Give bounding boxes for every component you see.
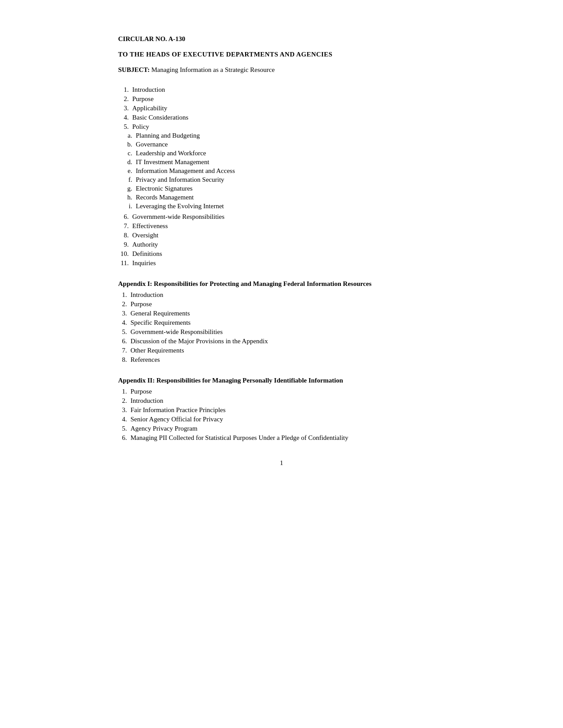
policy-letter-i: i. xyxy=(118,203,136,210)
policy-sub-d: d. IT Investment Management xyxy=(118,158,445,166)
policy-sub-f: f. Privacy and Information Security xyxy=(118,176,445,184)
app2-num-4: 4. xyxy=(118,416,131,423)
toc-label-5: Policy xyxy=(132,123,149,131)
app1-num-3: 3. xyxy=(118,310,131,317)
app1-item-4: 4. Specific Requirements xyxy=(118,319,445,326)
appendix2-list: 1. Purpose 2. Introduction 3. Fair Infor… xyxy=(118,388,445,442)
page-number: 1 xyxy=(118,459,445,467)
app2-label-6: Managing PII Collected for Statistical P… xyxy=(131,434,348,442)
app2-num-6: 6. xyxy=(118,434,131,442)
toc-item-11: 11. Inquiries xyxy=(118,259,445,267)
policy-sub-c: c. Leadership and Workforce xyxy=(118,150,445,157)
app1-item-3: 3. General Requirements xyxy=(118,310,445,317)
app1-label-6: Discussion of the Major Provisions in th… xyxy=(131,338,268,345)
toc-item-8: 8. Oversight xyxy=(118,232,445,239)
policy-sub-i: i. Leveraging the Evolving Internet xyxy=(118,203,445,210)
circular-number: CIRCULAR NO. A-130 xyxy=(118,35,445,43)
to-heads-heading: TO THE HEADS OF EXECUTIVE DEPARTMENTS AN… xyxy=(118,51,445,58)
policy-letter-g: g. xyxy=(118,185,136,192)
toc-num-6: 6. xyxy=(118,213,132,221)
toc-item-9: 9. Authority xyxy=(118,241,445,248)
app1-label-7: Other Requirements xyxy=(131,347,184,354)
toc-label-10: Definitions xyxy=(132,250,162,258)
app1-num-2: 2. xyxy=(118,300,131,308)
policy-letter-h: h. xyxy=(118,194,136,201)
policy-sub-e: e. Information Management and Access xyxy=(118,167,445,175)
policy-label-h: Records Management xyxy=(136,194,194,201)
toc-label-6: Government-wide Responsibilities xyxy=(132,213,225,221)
appendix2-section: Appendix II: Responsibilities for Managi… xyxy=(118,377,445,442)
toc-item-4: 4. Basic Considerations xyxy=(118,114,445,121)
policy-sub-list: a. Planning and Budgeting b. Governance … xyxy=(118,132,445,211)
toc-label-11: Inquiries xyxy=(132,259,156,267)
toc-item-6: 6. Government-wide Responsibilities xyxy=(118,213,445,221)
subject-line: SUBJECT: Managing Information as a Strat… xyxy=(118,66,445,74)
subject-label: SUBJECT: xyxy=(118,66,150,73)
policy-letter-a: a. xyxy=(118,132,136,139)
toc-num-2: 2. xyxy=(118,95,132,103)
app2-num-2: 2. xyxy=(118,397,131,405)
toc-label-7: Effectiveness xyxy=(132,222,168,230)
app1-item-1: 1. Introduction xyxy=(118,291,445,299)
app2-label-4: Senior Agency Official for Privacy xyxy=(131,416,223,423)
app1-num-4: 4. xyxy=(118,319,131,326)
policy-sub-g: g. Electronic Signatures xyxy=(118,185,445,192)
appendix1-section: Appendix I: Responsibilities for Protect… xyxy=(118,280,445,364)
toc-num-4: 4. xyxy=(118,114,132,121)
app2-num-3: 3. xyxy=(118,406,131,414)
toc-label-3: Applicability xyxy=(132,105,167,112)
toc-item-10: 10. Definitions xyxy=(118,250,445,258)
app2-label-2: Introduction xyxy=(131,397,163,405)
app2-item-1: 1. Purpose xyxy=(118,388,445,395)
policy-sub-h: h. Records Management xyxy=(118,194,445,201)
app1-num-6: 6. xyxy=(118,338,131,345)
toc-num-3: 3. xyxy=(118,105,132,112)
app2-label-3: Fair Information Practice Principles xyxy=(131,406,226,414)
policy-label-f: Privacy and Information Security xyxy=(136,176,224,184)
app2-num-1: 1. xyxy=(118,388,131,395)
subject-text: Managing Information as a Strategic Reso… xyxy=(150,66,275,73)
toc-num-8: 8. xyxy=(118,232,132,239)
toc-item-7: 7. Effectiveness xyxy=(118,222,445,230)
toc-label-9: Authority xyxy=(132,241,158,248)
app1-label-1: Introduction xyxy=(131,291,163,299)
appendix1-list: 1. Introduction 2. Purpose 3. General Re… xyxy=(118,291,445,364)
policy-label-e: Information Management and Access xyxy=(136,167,235,175)
toc-item-5: 5. Policy a. Planning and Budgeting b. G… xyxy=(118,123,445,211)
toc-label-8: Oversight xyxy=(132,232,159,239)
toc-item-1: 1. Introduction xyxy=(118,86,445,94)
policy-sub-a: a. Planning and Budgeting xyxy=(118,132,445,139)
app1-item-8: 8. References xyxy=(118,356,445,364)
policy-label-i: Leveraging the Evolving Internet xyxy=(136,203,224,210)
toc-num-9: 9. xyxy=(118,241,132,248)
policy-label-d: IT Investment Management xyxy=(136,158,209,166)
main-toc-list: 1. Introduction 2. Purpose 3. Applicabil… xyxy=(118,86,445,267)
app2-item-4: 4. Senior Agency Official for Privacy xyxy=(118,416,445,423)
toc-num-11: 11. xyxy=(118,259,132,267)
appendix2-title: Appendix II: Responsibilities for Managi… xyxy=(118,377,445,384)
toc-label-4: Basic Considerations xyxy=(132,114,189,121)
app1-num-1: 1. xyxy=(118,291,131,299)
toc-label-2: Purpose xyxy=(132,95,154,103)
policy-letter-c: c. xyxy=(118,150,136,157)
app1-label-5: Government-wide Responsibilities xyxy=(131,328,223,336)
policy-sub-b: b. Governance xyxy=(118,141,445,148)
app1-num-7: 7. xyxy=(118,347,131,354)
app2-item-6: 6. Managing PII Collected for Statistica… xyxy=(118,434,445,442)
app2-item-5: 5. Agency Privacy Program xyxy=(118,425,445,432)
app2-label-5: Agency Privacy Program xyxy=(131,425,198,432)
app2-item-2: 2. Introduction xyxy=(118,397,445,405)
policy-label-a: Planning and Budgeting xyxy=(136,132,200,139)
toc-num-7: 7. xyxy=(118,222,132,230)
app1-label-4: Specific Requirements xyxy=(131,319,191,326)
app1-item-5: 5. Government-wide Responsibilities xyxy=(118,328,445,336)
policy-letter-f: f. xyxy=(118,176,136,184)
toc-label-1: Introduction xyxy=(132,86,165,94)
app1-num-8: 8. xyxy=(118,356,131,364)
policy-letter-e: e. xyxy=(118,167,136,175)
policy-letter-b: b. xyxy=(118,141,136,148)
app2-num-5: 5. xyxy=(118,425,131,432)
toc-num-5: 5. xyxy=(118,123,132,131)
app1-item-6: 6. Discussion of the Major Provisions in… xyxy=(118,338,445,345)
toc-num-10: 10. xyxy=(118,250,132,258)
